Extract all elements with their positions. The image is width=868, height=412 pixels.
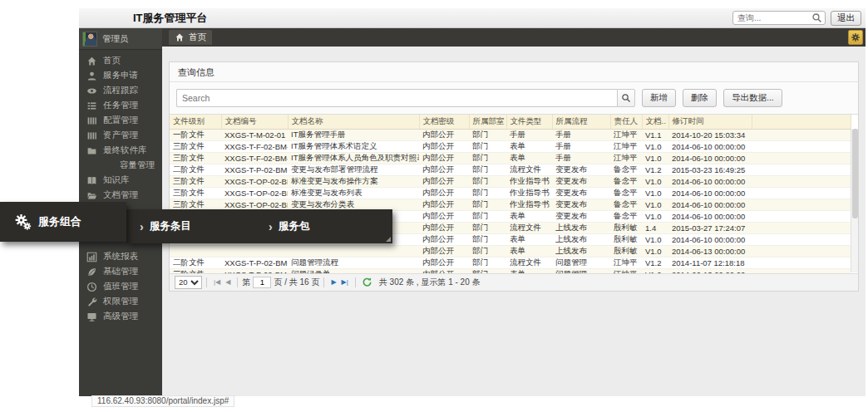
table-cell: 殷利敏 <box>610 233 642 245</box>
pagination-bar: 20 |◀ ◀ 第 页 / 共 16 页 ▶ ▶| 共 302 条 , 显示第 … <box>170 273 858 291</box>
column-header[interactable]: 所属流程 <box>552 115 610 129</box>
export-data-button[interactable]: 导出数据... <box>723 89 782 107</box>
scrollbar-thumb[interactable] <box>852 129 858 218</box>
sidebar-item-任务管理[interactable]: 任务管理 <box>79 98 162 113</box>
table-row[interactable]: 三阶文件XXGS-T-F-02-BM-061IT服务管理体系人员角色及职责对照表… <box>170 152 851 164</box>
table-cell: V1.0 <box>642 187 668 199</box>
submenu-item-label: 服务包 <box>279 219 310 233</box>
column-header[interactable]: 文档编号 <box>221 115 288 129</box>
table-cell <box>288 245 419 257</box>
sidebar-item-容量管理[interactable]: 容量管理 <box>79 158 162 173</box>
table-row[interactable]: 一阶文件XXGS-T-M-02-01IT服务管理手册内部公开部门手册手册江坤平V… <box>170 130 851 141</box>
prev-page-button[interactable]: ◀ <box>223 278 233 286</box>
table-row[interactable]: 三阶文件XXGS-T-OP-02-BM-003变更与发布分类表内部公开部门作业指… <box>170 199 851 210</box>
table-cell: 鲁念平 <box>610 164 642 175</box>
sidebar-item-权限管理[interactable]: 权限管理 <box>79 294 162 309</box>
table-cell: 部门 <box>469 222 506 233</box>
user-row[interactable]: 管理员 <box>79 28 162 50</box>
sidebar-item-基础管理[interactable]: 基础管理 <box>79 264 162 279</box>
settings-gear-button[interactable] <box>848 30 863 45</box>
current-page-input[interactable] <box>253 277 271 288</box>
sidebar-item-流程跟踪[interactable]: 流程跟踪 <box>79 83 162 98</box>
table-row[interactable]: 三阶文件XXGS-T-OP-02-BM-002标准变更与发布列表内部公开部门作业… <box>170 187 851 199</box>
sidebar-item-知识库[interactable]: 知识库 <box>79 173 162 188</box>
page-label-suffix: 页 / 共 16 页 <box>274 277 319 288</box>
add-button[interactable]: 新增 <box>642 89 676 107</box>
document-grid: 文件级别文档编号文档名称文档密级所属部室文件类型所属流程责任人文档..修订时间 … <box>170 114 858 273</box>
table-cell: 表单 <box>506 233 552 245</box>
table-cell: 表单 <box>506 152 552 164</box>
column-header[interactable]: 文档.. <box>642 115 668 129</box>
grid-search-input[interactable] <box>176 89 617 107</box>
sidebar-item-系统报表[interactable]: 系统报表 <box>79 249 162 264</box>
sidebar-item-高级管理[interactable]: 高级管理 <box>79 309 162 324</box>
chevron-right-icon: › <box>269 220 273 233</box>
chart-icon <box>86 252 97 262</box>
table-cell: IT服务管理体系人员角色及职责对照表 <box>288 152 419 164</box>
user-name: 管理员 <box>102 33 129 45</box>
sidebar-item-label: 流程跟踪 <box>103 85 138 96</box>
eye-icon <box>86 86 97 96</box>
table-cell: V1.0 <box>642 245 668 257</box>
last-page-button[interactable]: ▶| <box>339 278 351 286</box>
submenu-item-服务条目[interactable]: › 服务条目 <box>126 219 255 233</box>
table-row[interactable]: 内部公开部门表单上线发布殷利敏V1.02014-06-13 00:00:00 <box>170 245 851 257</box>
table-cell: 三阶文件 <box>170 175 221 187</box>
table-row[interactable]: 二阶文件XXGS-T-P-02-BM-03问题管理流程内部公开部门流程文件问题管… <box>170 257 851 268</box>
logout-button[interactable]: 退出 <box>831 11 861 26</box>
table-cell: XXGS-T-OP-02-BM-003 <box>221 199 288 210</box>
table-cell: 三阶文件 <box>170 140 221 152</box>
table-row[interactable]: 二阶文件XXGS-T-P-02-BM-01变更与发布部署管理流程内部公开部门流程… <box>170 164 851 175</box>
table-cell: 部门 <box>469 257 506 268</box>
column-header[interactable]: 修订时间 <box>668 115 752 129</box>
table-cell: 三阶文件 <box>170 199 221 210</box>
table-cell: 1.4 <box>642 222 668 233</box>
table-cell: XXGS-T-OP-02-BM-002 <box>221 187 288 199</box>
grid-search-button[interactable] <box>617 89 635 107</box>
sidebar-item-首页[interactable]: 首页 <box>79 53 162 68</box>
flyout-service-portfolio[interactable]: 服务组合 <box>0 202 126 242</box>
sidebar-item-最终软件库[interactable]: 最终软件库 <box>79 143 162 158</box>
table-cell: 内部公开 <box>419 222 469 233</box>
sidebar-item-资产管理[interactable]: 资产管理 <box>79 128 162 143</box>
table-row[interactable]: 三阶文件XXGS-T-F-02-BM-060IT服务管理体系术语定义内部公开部门… <box>170 140 851 152</box>
submenu-item-服务包[interactable]: › 服务包 <box>255 219 384 233</box>
sidebar-item-配置管理[interactable]: 配置管理 <box>79 113 162 128</box>
table-row[interactable]: 三阶文件XXGS-T-F-02-BM-006问题记录单内部公开部门表单问题管理江… <box>170 268 851 273</box>
book-icon <box>86 175 97 186</box>
grid-table: 文件级别文档编号文档名称文档密级所属部室文件类型所属流程责任人文档..修订时间 <box>170 115 851 130</box>
next-page-button[interactable]: ▶ <box>328 278 338 286</box>
table-cell: 江坤平 <box>610 140 642 152</box>
table-cell: 内部公开 <box>419 268 469 273</box>
table-cell: V1.0 <box>642 140 668 152</box>
table-cell: 三阶文件 <box>170 152 221 164</box>
sidebar-item-文档管理[interactable]: 文档管理 <box>79 188 162 203</box>
delete-button[interactable]: 删除 <box>683 89 717 107</box>
table-cell: 内部公开 <box>419 140 469 152</box>
submenu-item-label: 服务条目 <box>150 219 191 233</box>
app-window: IT服务管理平台 退出 管理员 首页 服务申请 流程跟踪 任务管理 配置管理 资… <box>79 8 866 396</box>
column-header[interactable]: 文档密级 <box>419 115 469 129</box>
sidebar-item-label: 服务申请 <box>103 70 138 81</box>
sidebar-item-服务申请[interactable]: 服务申请 <box>79 68 162 83</box>
table-cell: 2014-06-13 00:00:00 <box>668 245 752 257</box>
table-cell: 殷利敏 <box>610 245 642 257</box>
table-cell: 2014-06-10 00:00:00 <box>668 152 752 164</box>
table-cell: 上线发布 <box>552 222 610 233</box>
refresh-icon[interactable] <box>362 277 372 287</box>
page-size-select[interactable]: 20 <box>175 276 202 289</box>
table-row[interactable]: 三阶文件XXGS-T-OP-02-BM-001标准变更与发布操作方案内部公开部门… <box>170 175 851 187</box>
column-header[interactable]: 文件类型 <box>506 115 552 129</box>
table-cell: 部门 <box>469 130 506 141</box>
search-icon[interactable] <box>811 12 822 23</box>
first-page-button[interactable]: |◀ <box>211 278 223 286</box>
table-cell: 二阶文件 <box>170 164 221 175</box>
table-cell: 内部公开 <box>419 233 469 245</box>
tab-home[interactable]: 首页 <box>169 30 212 45</box>
column-header[interactable]: 责任人 <box>610 115 642 129</box>
wrench-icon <box>86 297 97 307</box>
column-header[interactable]: 文档名称 <box>288 115 419 129</box>
column-header[interactable]: 文件级别 <box>170 115 221 129</box>
sidebar-item-值班管理[interactable]: 值班管理 <box>79 279 162 294</box>
column-header[interactable]: 所属部室 <box>469 115 506 129</box>
